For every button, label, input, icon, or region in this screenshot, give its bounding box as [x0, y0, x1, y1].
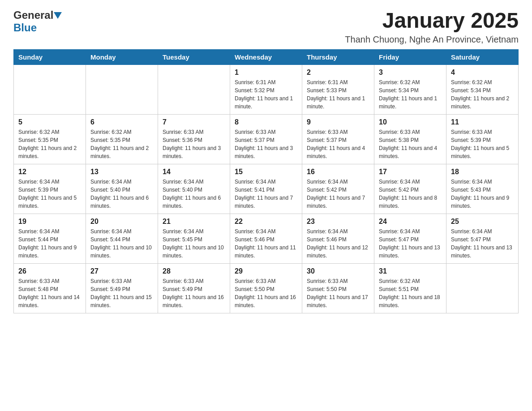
calendar-day-cell: 28Sunrise: 6:33 AM Sunset: 5:49 PM Dayli… — [158, 263, 230, 313]
day-info: Sunrise: 6:34 AM Sunset: 5:46 PM Dayligh… — [307, 227, 369, 260]
day-number: 13 — [90, 168, 153, 176]
location-subtitle: Thanh Chuong, Nghe An Province, Vietnam — [345, 34, 519, 45]
day-number: 1 — [235, 68, 297, 77]
calendar-day-cell: 20Sunrise: 6:34 AM Sunset: 5:44 PM Dayli… — [86, 214, 158, 263]
day-info: Sunrise: 6:34 AM Sunset: 5:40 PM Dayligh… — [163, 178, 225, 210]
day-number: 15 — [235, 168, 297, 176]
day-of-week-header: Saturday — [446, 49, 519, 64]
calendar-week-row: 12Sunrise: 6:34 AM Sunset: 5:39 PM Dayli… — [14, 164, 519, 214]
header-row: SundayMondayTuesdayWednesdayThursdayFrid… — [14, 49, 519, 64]
calendar-day-cell: 14Sunrise: 6:34 AM Sunset: 5:40 PM Dayli… — [158, 164, 230, 214]
day-info: Sunrise: 6:32 AM Sunset: 5:35 PM Dayligh… — [90, 128, 153, 160]
logo-blue-text: Blue — [13, 21, 37, 34]
calendar-day-cell: 15Sunrise: 6:34 AM Sunset: 5:41 PM Dayli… — [230, 164, 302, 214]
day-number: 18 — [451, 168, 514, 176]
day-number: 4 — [451, 68, 514, 77]
day-of-week-header: Thursday — [302, 49, 374, 64]
day-info: Sunrise: 6:33 AM Sunset: 5:49 PM Dayligh… — [90, 277, 153, 309]
day-info: Sunrise: 6:34 AM Sunset: 5:44 PM Dayligh… — [90, 227, 153, 260]
calendar-day-cell: 16Sunrise: 6:34 AM Sunset: 5:42 PM Dayli… — [302, 164, 374, 214]
day-info: Sunrise: 6:31 AM Sunset: 5:33 PM Dayligh… — [307, 78, 369, 111]
day-info: Sunrise: 6:34 AM Sunset: 5:44 PM Dayligh… — [18, 227, 81, 260]
calendar-day-cell: 29Sunrise: 6:33 AM Sunset: 5:50 PM Dayli… — [230, 263, 302, 313]
logo-triangle-icon — [54, 12, 62, 19]
calendar-day-cell: 27Sunrise: 6:33 AM Sunset: 5:49 PM Dayli… — [86, 263, 158, 313]
calendar-day-cell — [446, 263, 519, 313]
calendar-week-row: 1Sunrise: 6:31 AM Sunset: 5:32 PM Daylig… — [14, 64, 519, 114]
calendar-day-cell: 10Sunrise: 6:33 AM Sunset: 5:38 PM Dayli… — [374, 114, 446, 164]
day-number: 17 — [379, 168, 442, 176]
calendar-day-cell — [158, 64, 230, 114]
day-of-week-header: Sunday — [14, 49, 86, 64]
calendar-week-row: 5Sunrise: 6:32 AM Sunset: 5:35 PM Daylig… — [14, 114, 519, 164]
logo: General Blue — [13, 9, 62, 34]
day-number: 7 — [163, 118, 225, 126]
day-info: Sunrise: 6:34 AM Sunset: 5:47 PM Dayligh… — [379, 227, 442, 260]
day-info: Sunrise: 6:34 AM Sunset: 5:47 PM Dayligh… — [451, 227, 514, 260]
day-info: Sunrise: 6:33 AM Sunset: 5:37 PM Dayligh… — [307, 128, 369, 160]
day-number: 29 — [235, 267, 297, 275]
day-number: 20 — [90, 218, 153, 226]
day-number: 5 — [18, 118, 81, 126]
day-number: 14 — [163, 168, 225, 176]
calendar-day-cell: 17Sunrise: 6:34 AM Sunset: 5:42 PM Dayli… — [374, 164, 446, 214]
calendar-day-cell: 26Sunrise: 6:33 AM Sunset: 5:48 PM Dayli… — [14, 263, 86, 313]
calendar-day-cell: 30Sunrise: 6:33 AM Sunset: 5:50 PM Dayli… — [302, 263, 374, 313]
logo-general-text: General — [13, 9, 53, 21]
calendar-day-cell: 1Sunrise: 6:31 AM Sunset: 5:32 PM Daylig… — [230, 64, 302, 114]
day-number: 31 — [379, 267, 442, 275]
day-of-week-header: Tuesday — [158, 49, 230, 64]
day-number: 2 — [307, 68, 369, 77]
calendar-day-cell: 22Sunrise: 6:34 AM Sunset: 5:46 PM Dayli… — [230, 214, 302, 263]
calendar-day-cell: 21Sunrise: 6:34 AM Sunset: 5:45 PM Dayli… — [158, 214, 230, 263]
day-of-week-header: Wednesday — [230, 49, 302, 64]
day-info: Sunrise: 6:33 AM Sunset: 5:49 PM Dayligh… — [163, 277, 225, 309]
day-info: Sunrise: 6:32 AM Sunset: 5:51 PM Dayligh… — [379, 277, 442, 309]
calendar-day-cell: 31Sunrise: 6:32 AM Sunset: 5:51 PM Dayli… — [374, 263, 446, 313]
day-info: Sunrise: 6:32 AM Sunset: 5:35 PM Dayligh… — [18, 128, 81, 160]
day-of-week-header: Monday — [86, 49, 158, 64]
day-number: 9 — [307, 118, 369, 126]
day-number: 16 — [307, 168, 369, 176]
calendar-day-cell: 6Sunrise: 6:32 AM Sunset: 5:35 PM Daylig… — [86, 114, 158, 164]
calendar-day-cell: 8Sunrise: 6:33 AM Sunset: 5:37 PM Daylig… — [230, 114, 302, 164]
calendar-day-cell: 9Sunrise: 6:33 AM Sunset: 5:37 PM Daylig… — [302, 114, 374, 164]
calendar-day-cell: 7Sunrise: 6:33 AM Sunset: 5:36 PM Daylig… — [158, 114, 230, 164]
calendar-day-cell: 24Sunrise: 6:34 AM Sunset: 5:47 PM Dayli… — [374, 214, 446, 263]
day-info: Sunrise: 6:32 AM Sunset: 5:34 PM Dayligh… — [379, 78, 442, 111]
day-number: 30 — [307, 267, 369, 275]
calendar-day-cell — [14, 64, 86, 114]
title-section: January 2025 Thanh Chuong, Nghe An Provi… — [345, 9, 519, 45]
day-number: 19 — [18, 218, 81, 226]
calendar-table: SundayMondayTuesdayWednesdayThursdayFrid… — [13, 49, 519, 313]
day-number: 12 — [18, 168, 81, 176]
calendar-day-cell: 4Sunrise: 6:32 AM Sunset: 5:34 PM Daylig… — [446, 64, 519, 114]
day-number: 26 — [18, 267, 81, 275]
calendar-week-row: 19Sunrise: 6:34 AM Sunset: 5:44 PM Dayli… — [14, 214, 519, 263]
calendar-day-cell — [86, 64, 158, 114]
page-header: General Blue January 2025 Thanh Chuong, … — [13, 9, 519, 45]
day-info: Sunrise: 6:33 AM Sunset: 5:37 PM Dayligh… — [235, 128, 297, 160]
day-number: 21 — [163, 218, 225, 226]
day-info: Sunrise: 6:32 AM Sunset: 5:34 PM Dayligh… — [451, 78, 514, 111]
calendar-day-cell: 12Sunrise: 6:34 AM Sunset: 5:39 PM Dayli… — [14, 164, 86, 214]
day-info: Sunrise: 6:34 AM Sunset: 5:45 PM Dayligh… — [163, 227, 225, 260]
day-number: 11 — [451, 118, 514, 126]
day-info: Sunrise: 6:33 AM Sunset: 5:36 PM Dayligh… — [163, 128, 225, 160]
day-number: 25 — [451, 218, 514, 226]
day-number: 24 — [379, 218, 442, 226]
day-info: Sunrise: 6:34 AM Sunset: 5:42 PM Dayligh… — [307, 178, 369, 210]
day-number: 22 — [235, 218, 297, 226]
day-number: 23 — [307, 218, 369, 226]
month-year-title: January 2025 — [345, 9, 519, 33]
day-info: Sunrise: 6:34 AM Sunset: 5:41 PM Dayligh… — [235, 178, 297, 210]
day-info: Sunrise: 6:33 AM Sunset: 5:39 PM Dayligh… — [451, 128, 514, 160]
day-of-week-header: Friday — [374, 49, 446, 64]
day-number: 10 — [379, 118, 442, 126]
day-info: Sunrise: 6:33 AM Sunset: 5:38 PM Dayligh… — [379, 128, 442, 160]
day-info: Sunrise: 6:34 AM Sunset: 5:46 PM Dayligh… — [235, 227, 297, 260]
calendar-week-row: 26Sunrise: 6:33 AM Sunset: 5:48 PM Dayli… — [14, 263, 519, 313]
day-info: Sunrise: 6:34 AM Sunset: 5:43 PM Dayligh… — [451, 178, 514, 210]
day-info: Sunrise: 6:33 AM Sunset: 5:50 PM Dayligh… — [307, 277, 369, 309]
day-info: Sunrise: 6:33 AM Sunset: 5:50 PM Dayligh… — [235, 277, 297, 309]
